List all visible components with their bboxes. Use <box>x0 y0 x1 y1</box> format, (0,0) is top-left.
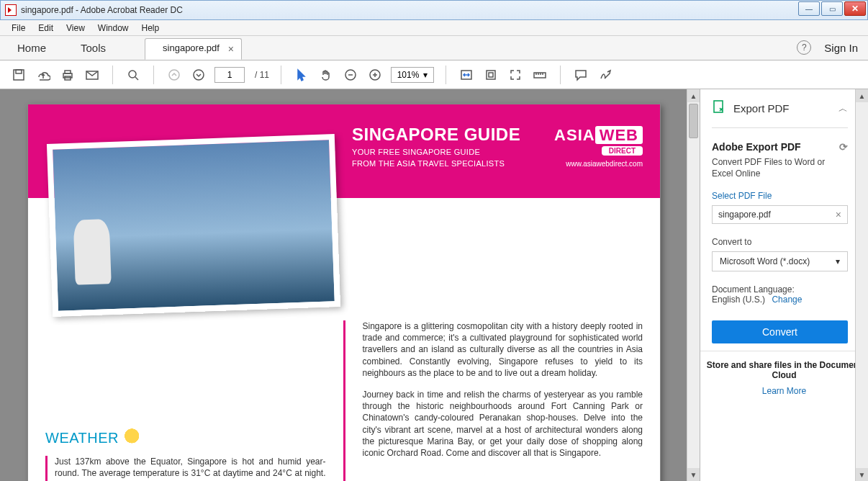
page-total: / 11 <box>255 70 269 80</box>
menu-file[interactable]: File <box>6 22 31 35</box>
logo-text-2: WEB <box>595 126 643 144</box>
fullscreen-icon[interactable] <box>507 66 524 84</box>
svg-rect-13 <box>489 73 493 77</box>
chevron-down-icon: ▾ <box>423 70 428 80</box>
scroll-up-icon[interactable]: ▲ <box>856 89 868 102</box>
window-titlebar: singapore.pdf - Adobe Acrobat Reader DC … <box>0 0 868 20</box>
chevron-down-icon: ▾ <box>836 256 840 266</box>
intro-p2: Journey back in time and relish the char… <box>363 389 643 459</box>
page-down-icon[interactable] <box>190 66 207 84</box>
menu-window[interactable]: Window <box>92 22 135 35</box>
tabs-row: Home Tools singapore.pdf × ? Sign In <box>0 36 868 60</box>
email-icon[interactable] <box>83 66 101 84</box>
save-icon[interactable] <box>10 66 27 84</box>
sign-in-link[interactable]: Sign In <box>824 42 858 54</box>
lang-value: English (U.S.) <box>712 295 765 305</box>
refresh-icon[interactable]: ⟳ <box>839 141 848 153</box>
zoom-value: 101% <box>397 70 420 80</box>
search-icon[interactable] <box>125 66 142 84</box>
page-up-icon[interactable] <box>166 66 183 84</box>
menu-edit[interactable]: Edit <box>32 22 59 35</box>
intro-p1: Singapore is a glittering cosmopolitan c… <box>363 320 643 379</box>
weather-icon <box>125 428 149 447</box>
pointer-icon[interactable] <box>293 66 310 84</box>
separator <box>112 66 113 84</box>
tools-panel: Export PDF ︿ Adobe Export PDF ⟳ Convert … <box>700 89 868 481</box>
separator <box>560 66 561 84</box>
hero-photo <box>47 134 340 317</box>
document-tab[interactable]: singapore.pdf × <box>145 38 242 60</box>
separator <box>153 66 154 84</box>
scroll-thumb[interactable] <box>689 104 698 138</box>
logo-pill: DIRECT <box>602 146 643 156</box>
svg-rect-3 <box>65 71 71 73</box>
close-tab-icon[interactable]: × <box>228 43 234 55</box>
chevron-up-icon[interactable]: ︿ <box>838 102 848 115</box>
document-view[interactable]: SINGAPORE GUIDE YOUR FREE SINGAPORE GUID… <box>0 89 700 481</box>
select-file-label: Select PDF File <box>712 191 848 201</box>
logo-text-1: ASIA <box>554 126 595 144</box>
zoom-select[interactable]: 101%▾ <box>391 67 434 83</box>
svg-point-7 <box>169 70 179 80</box>
export-pdf-header[interactable]: Export PDF ︿ <box>712 99 848 128</box>
tab-home[interactable]: Home <box>0 36 63 60</box>
app-icon <box>5 4 17 16</box>
selected-file-name: singapore.pdf <box>718 210 771 220</box>
svg-rect-12 <box>487 71 495 79</box>
clear-file-icon[interactable]: × <box>836 209 841 220</box>
column-rule <box>343 320 345 481</box>
format-select[interactable]: Microsoft Word (*.docx) ▾ <box>712 251 848 271</box>
hand-icon[interactable] <box>317 66 335 84</box>
svg-rect-15 <box>714 101 723 112</box>
menu-bar: File Edit View Window Help <box>0 20 868 36</box>
comment-icon[interactable] <box>572 66 589 84</box>
brand-logo: ASIAWEB DIRECT www.asiawebdirect.com <box>554 126 643 168</box>
scroll-up-icon[interactable]: ▲ <box>687 89 700 102</box>
page-banner: SINGAPORE GUIDE YOUR FREE SINGAPORE GUID… <box>28 104 660 198</box>
menu-view[interactable]: View <box>60 22 91 35</box>
zoom-in-icon[interactable] <box>366 66 384 84</box>
fit-page-icon[interactable] <box>482 66 499 84</box>
cloud-upload-icon[interactable] <box>35 66 52 84</box>
panel-desc: Convert PDF Files to Word or Excel Onlin… <box>712 157 848 179</box>
tab-tools[interactable]: Tools <box>63 36 123 60</box>
separator <box>281 66 281 84</box>
export-icon <box>712 99 726 117</box>
weather-p1: Just 137km above the Equator, Singapore … <box>55 456 326 481</box>
convert-button[interactable]: Convert <box>712 320 848 343</box>
close-button[interactable]: ✕ <box>844 1 866 16</box>
menu-help[interactable]: Help <box>136 22 166 35</box>
scroll-down-icon[interactable]: ▼ <box>687 468 700 481</box>
lang-label: Document Language: <box>712 284 795 295</box>
fit-width-icon[interactable] <box>458 66 475 84</box>
export-pdf-label: Export PDF <box>733 102 831 114</box>
doc-scrollbar[interactable]: ▲ ▼ <box>687 89 700 481</box>
scroll-down-icon[interactable]: ▼ <box>856 468 868 481</box>
svg-point-6 <box>129 71 136 78</box>
svg-rect-0 <box>14 70 24 80</box>
pdf-page: SINGAPORE GUIDE YOUR FREE SINGAPORE GUID… <box>27 104 661 481</box>
footer-text: Store and share files in the Document Cl… <box>706 360 862 380</box>
logo-url: www.asiawebdirect.com <box>554 160 643 168</box>
left-column: WEATHER Just 137km above the Equator, Si… <box>45 320 326 481</box>
sign-icon[interactable] <box>597 66 614 84</box>
panel-footer: Store and share files in the Document Cl… <box>700 351 868 405</box>
document-tab-label: singapore.pdf <box>163 42 220 53</box>
help-icon[interactable]: ? <box>797 40 811 55</box>
weather-heading: WEATHER <box>45 428 326 447</box>
minimize-button[interactable]: — <box>798 1 820 16</box>
maximize-button[interactable]: ▭ <box>821 1 843 16</box>
print-icon[interactable] <box>59 66 76 84</box>
content-area: SINGAPORE GUIDE YOUR FREE SINGAPORE GUID… <box>0 89 868 481</box>
learn-more-link[interactable]: Learn More <box>706 386 862 396</box>
panel-title: Adobe Export PDF <box>712 141 801 153</box>
window-title: singapore.pdf - Adobe Acrobat Reader DC <box>21 5 183 15</box>
right-column: Singapore is a glittering cosmopolitan c… <box>363 320 643 481</box>
page-number-input[interactable] <box>214 67 245 83</box>
window-controls: — ▭ ✕ <box>797 1 866 16</box>
ruler-icon[interactable] <box>531 66 548 84</box>
panel-scrollbar[interactable]: ▲ ▼ <box>855 89 868 481</box>
lang-change-link[interactable]: Change <box>772 295 802 305</box>
selected-file-box[interactable]: singapore.pdf × <box>712 205 848 224</box>
zoom-out-icon[interactable] <box>342 66 359 84</box>
